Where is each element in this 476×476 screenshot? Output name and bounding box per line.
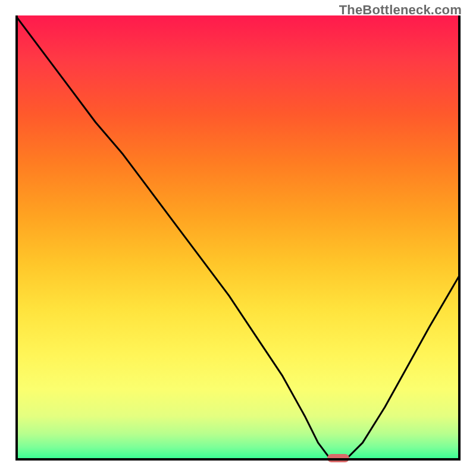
chart-container: TheBottleneck.com <box>0 0 476 476</box>
plot-gradient-background <box>15 15 461 461</box>
optimal-point-marker <box>327 454 349 463</box>
